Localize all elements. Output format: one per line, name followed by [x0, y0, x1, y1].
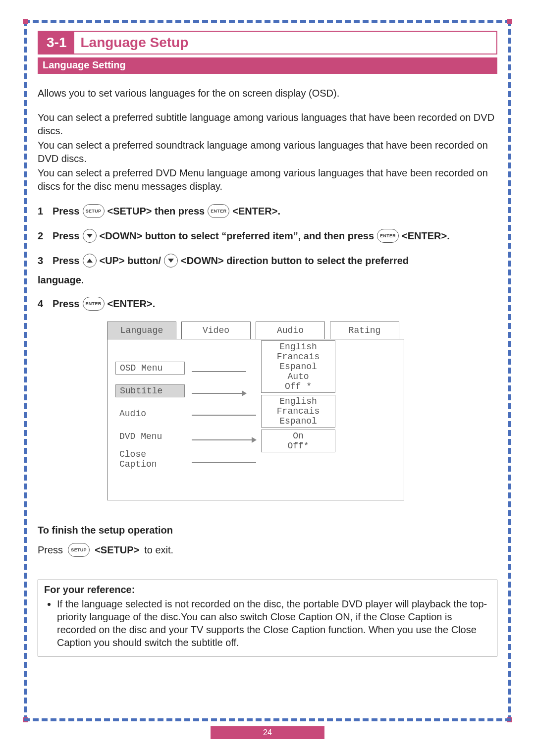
step-number: 2: [38, 230, 50, 242]
step-text: <ENTER>.: [402, 230, 450, 242]
step-text: <UP> button/: [100, 255, 161, 267]
step-1: 1 Press SETUP <SETUP> then press ENTER <…: [38, 204, 497, 218]
option-text: On: [269, 431, 327, 441]
step-number: 1: [38, 206, 50, 217]
option-text: Off*: [269, 441, 327, 451]
intro-paragraph: You can select a preferred DVD Menu lang…: [38, 166, 497, 193]
connector-line: [192, 371, 246, 372]
intro-paragraph: You can select a preferred soundtrack la…: [38, 139, 497, 165]
step-text: <ENTER>.: [107, 298, 156, 310]
osd-options-column: English Francais Espanol Auto Off * Engl…: [261, 340, 335, 452]
enter-button-icon: ENTER: [83, 297, 105, 311]
setup-button-icon: SETUP: [68, 543, 90, 557]
osd-tab-row: Language Video Audio Rating: [107, 322, 424, 339]
option-text: Francais: [269, 406, 327, 416]
osd-tab-audio: Audio: [256, 322, 325, 339]
content-area: 3-1 Language Setup Language Setting Allo…: [38, 31, 497, 714]
setup-button-icon: SETUP: [83, 204, 105, 218]
connector-arrow: [192, 393, 246, 394]
option-text: Espanol: [269, 416, 327, 426]
osd-item: OSD Menu: [115, 362, 185, 375]
enter-button-icon: ENTER: [208, 204, 229, 218]
reference-box: For your reference: If the language sele…: [38, 580, 497, 656]
step-3-cont: language.: [38, 274, 497, 286]
intro-paragraph: You can select a preferred subtitle lang…: [38, 111, 497, 138]
osd-tab-video: Video: [181, 322, 251, 339]
osd-item: DVD Menu: [115, 431, 185, 442]
reference-title: For your reference:: [44, 584, 491, 595]
connector-line: [192, 462, 256, 463]
step-2: 2 Press <DOWN> button to select “preferr…: [38, 229, 497, 243]
step-text: <ENTER>.: [232, 206, 280, 217]
option-text: Off *: [269, 381, 327, 391]
osd-tab-rating: Rating: [330, 322, 399, 339]
osd-menu-diagram: Language Video Audio Rating OSD Menu Sub…: [107, 322, 424, 510]
connector-line: [192, 415, 256, 416]
section-title: Language Setup: [74, 32, 194, 54]
step-text: language.: [38, 274, 84, 286]
step-4: 4 Press ENTER <ENTER>.: [38, 297, 497, 311]
finish-text: <SETUP>: [95, 544, 139, 556]
subsection-heading: Language Setting: [38, 57, 497, 74]
finish-text: Press: [38, 544, 63, 556]
osd-left-list: OSD Menu Subtitle Audio DVD Menu Close C…: [115, 361, 185, 466]
section-heading: 3-1 Language Setup: [38, 31, 497, 54]
manual-page: 3-1 Language Setup Language Setting Allo…: [0, 0, 535, 756]
up-arrow-icon: [83, 254, 97, 268]
section-number: 3-1: [39, 32, 74, 54]
osd-option: English Francais Espanol Auto Off *: [261, 340, 335, 393]
step-text: Press: [53, 230, 80, 242]
osd-tab-language: Language: [107, 322, 176, 339]
osd-option: On Off*: [261, 430, 335, 452]
down-arrow-icon: [83, 229, 97, 243]
connector-arrow: [192, 439, 256, 440]
reference-bullet: If the language selected is not recorded…: [57, 597, 491, 649]
step-text: Press: [53, 206, 80, 217]
osd-option: English Francais Espanol: [261, 395, 335, 428]
intro-paragraph: Allows you to set various languages for …: [38, 87, 497, 100]
osd-item: Close Caption: [115, 448, 185, 470]
page-number: 24: [211, 726, 324, 739]
step-text: <DOWN> direction button to select the pr…: [181, 255, 409, 267]
step-number: 4: [38, 298, 50, 310]
osd-item-selected: Subtitle: [115, 384, 185, 397]
option-text: Francais: [269, 352, 327, 362]
osd-item: Audio: [115, 408, 185, 420]
step-text: Press: [53, 255, 80, 267]
option-text: English: [269, 342, 327, 352]
step-number: 3: [38, 255, 50, 267]
option-text: English: [269, 396, 327, 406]
osd-panel: OSD Menu Subtitle Audio DVD Menu Close C…: [107, 339, 404, 500]
finish-text: to exit.: [144, 544, 173, 556]
step-3: 3 Press <UP> button/ <DOWN> direction bu…: [38, 254, 497, 268]
option-text: Espanol: [269, 362, 327, 372]
step-text: <SETUP> then press: [107, 206, 205, 217]
step-text: Press: [53, 298, 80, 310]
enter-button-icon: ENTER: [377, 229, 399, 243]
finish-heading: To finish the setup operation: [38, 525, 497, 536]
step-text: <DOWN> button to select “preferred item”…: [100, 230, 374, 242]
finish-instruction: Press SETUP <SETUP> to exit.: [38, 543, 497, 557]
option-text: Auto: [269, 372, 327, 381]
down-arrow-icon: [164, 254, 178, 268]
